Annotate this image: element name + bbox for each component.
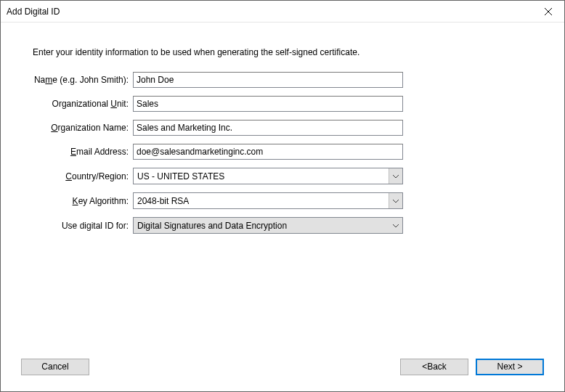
close-icon — [545, 8, 552, 15]
row-country: Country/Region: US - UNITED STATES — [30, 168, 535, 184]
intro-text: Enter your identity information to be us… — [33, 47, 535, 57]
chevron-down-icon — [389, 168, 402, 184]
window-title: Add Digital ID — [7, 7, 60, 17]
next-button[interactable]: Next > — [476, 359, 544, 375]
label-org-unit: Organizational Unit: — [30, 99, 133, 109]
key-algorithm-select[interactable]: 2048-bit RSA — [133, 192, 403, 209]
label-name: Name (e.g. John Smith): — [30, 75, 133, 85]
row-use-for: Use digital ID for: Digital Signatures a… — [30, 217, 535, 234]
row-key-algorithm: Key Algorithm: 2048-bit RSA — [30, 192, 535, 209]
org-name-input[interactable] — [133, 120, 403, 136]
use-for-select[interactable]: Digital Signatures and Data Encryption — [133, 217, 403, 234]
name-input[interactable] — [133, 72, 403, 88]
label-org-name: Organization Name: — [30, 123, 133, 133]
button-bar: Cancel < Back Next > — [1, 349, 564, 391]
row-name: Name (e.g. John Smith): — [30, 72, 535, 88]
titlebar: Add Digital ID — [1, 1, 564, 23]
country-value: US - UNITED STATES — [134, 168, 389, 184]
label-key-algorithm: Key Algorithm: — [30, 196, 133, 206]
label-country: Country/Region: — [30, 171, 133, 181]
label-email: Email Address: — [30, 147, 133, 157]
row-email: Email Address: — [30, 144, 535, 160]
content-area: Enter your identity information to be us… — [1, 23, 564, 349]
cancel-button[interactable]: Cancel — [21, 359, 89, 375]
key-algorithm-value: 2048-bit RSA — [134, 193, 389, 208]
row-org-name: Organization Name: — [30, 120, 535, 136]
close-button[interactable] — [532, 1, 564, 22]
back-button[interactable]: < Back — [400, 359, 468, 375]
row-org-unit: Organizational Unit: — [30, 96, 535, 112]
org-unit-input[interactable] — [133, 96, 403, 112]
dialog-window: Add Digital ID Enter your identity infor… — [0, 0, 565, 392]
use-for-value: Digital Signatures and Data Encryption — [134, 218, 389, 233]
email-input[interactable] — [133, 144, 403, 160]
country-select[interactable]: US - UNITED STATES — [133, 168, 403, 184]
chevron-down-icon — [389, 218, 402, 233]
chevron-down-icon — [389, 193, 402, 208]
label-use-for: Use digital ID for: — [30, 221, 133, 231]
